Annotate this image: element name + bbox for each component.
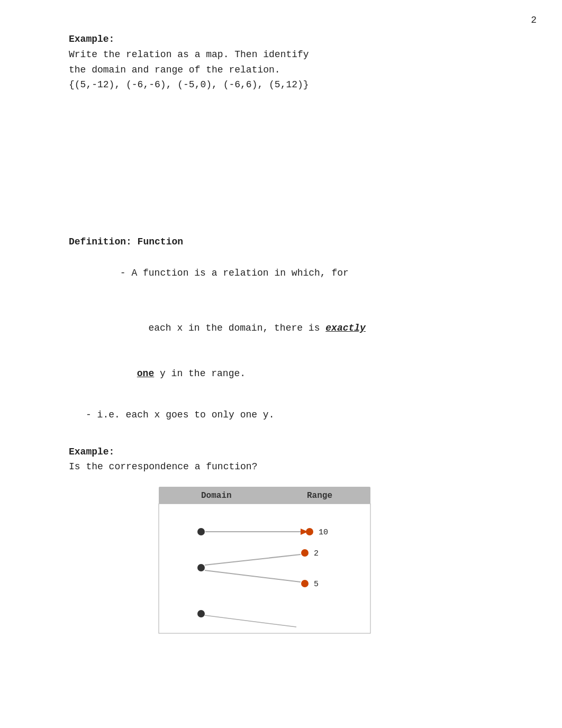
- range-text: y in the range.: [154, 368, 246, 379]
- example1-line2: the domain and range of the relation.: [69, 62, 509, 78]
- dot-left-1: [197, 528, 205, 535]
- page-number: 2: [531, 15, 537, 25]
- dot-left-2: [197, 564, 205, 571]
- one-text: one: [137, 368, 154, 379]
- blank-space: [69, 118, 509, 234]
- right-label-2b: 5: [314, 580, 319, 589]
- definition-heading: Definition: Function: [69, 234, 509, 250]
- example2-block: Example: Is the correspondence a functio…: [69, 444, 509, 638]
- dot-right-2b: [301, 580, 309, 587]
- exactly-text: exactly: [325, 323, 366, 333]
- definition-bullet2: - i.e. each x goes to only one y.: [86, 407, 509, 423]
- example1-block: Example: Write the relation as a map. Th…: [69, 32, 509, 93]
- definition-bullet1: - A function is a relation in which, for: [86, 250, 509, 297]
- dot-left-3: [197, 610, 205, 617]
- domain-header-label: Domain: [201, 491, 232, 501]
- range-header-label: Range: [307, 491, 332, 501]
- definition-block: Definition: Function - A function is a r…: [69, 234, 509, 423]
- example2-line1: Is the correspondence a function?: [69, 459, 509, 475]
- right-label-2a: 2: [314, 549, 319, 558]
- svg-rect-0: [159, 487, 370, 504]
- dot-right-1: [306, 528, 313, 535]
- bullet1-indent: each x in the domain, there is: [137, 323, 325, 333]
- svg-rect-1: [159, 504, 370, 633]
- example1-heading: Example:: [69, 32, 509, 47]
- example1-line1: Write the relation as a map. Then identi…: [69, 47, 509, 62]
- diagram-svg: Domain Range 10 2: [153, 484, 376, 638]
- example1-line3: {(5,-12), (-6,-6), (-5,0), (-6,6), (5,12…: [69, 77, 509, 93]
- right-label-1: 10: [319, 528, 328, 537]
- example2-heading: Example:: [69, 444, 509, 460]
- correspondence-diagram: Domain Range 10 2: [153, 484, 376, 638]
- definition-bullet1-line3: one y in the range.: [103, 351, 509, 396]
- dot-right-2a: [301, 549, 309, 557]
- definition-bullet1-line2: each x in the domain, there is exactly: [103, 305, 509, 351]
- bullet1-prefix: - A function is a relation in which, for: [120, 268, 349, 278]
